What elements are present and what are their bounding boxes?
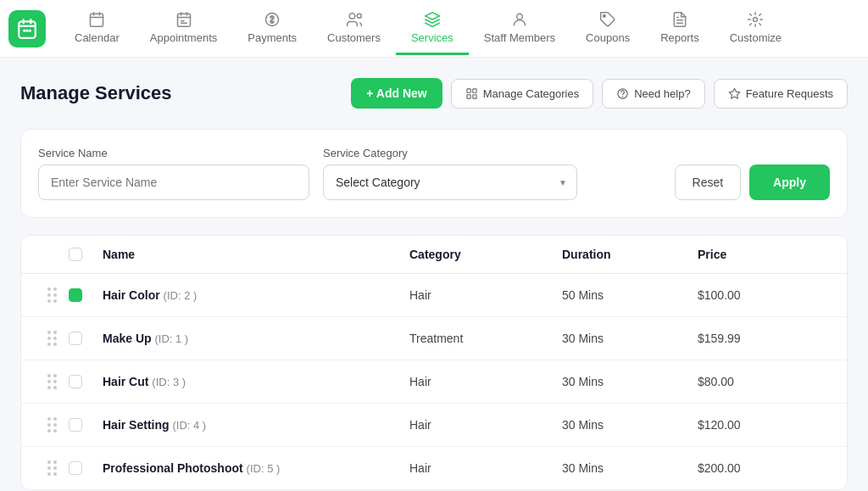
- nav-item-customers[interactable]: Customers: [312, 3, 396, 55]
- nav-item-services[interactable]: Services: [396, 3, 469, 55]
- service-category-filter: Service Category Select Category: [323, 147, 577, 200]
- svg-point-11: [754, 17, 758, 21]
- row-checkbox[interactable]: [69, 461, 103, 475]
- col-name: Name: [103, 248, 409, 261]
- table-row: Professional Photoshoot (ID: 5 ) Hair 30…: [21, 447, 847, 489]
- service-name-filter: Service Name: [38, 147, 309, 200]
- services-table: Name Category Duration Price Hair Color …: [20, 235, 848, 490]
- table-row: Hair Color (ID: 2 ) Hair 50 Mins $100.00: [21, 274, 847, 317]
- checkbox-col-header: [69, 248, 103, 261]
- col-duration: Duration: [562, 248, 698, 261]
- svg-point-1: [23, 29, 25, 31]
- drag-handle[interactable]: [35, 331, 69, 346]
- svg-point-10: [604, 14, 606, 17]
- select-all-checkbox[interactable]: [69, 248, 82, 261]
- duration-cell: 30 Mins: [562, 375, 698, 388]
- add-new-button[interactable]: + Add New: [351, 78, 442, 109]
- row-checkbox[interactable]: [69, 418, 103, 432]
- duration-cell: 30 Mins: [562, 418, 698, 432]
- svg-rect-12: [467, 88, 470, 92]
- service-name-cell: Hair Cut (ID: 3 ): [103, 375, 409, 388]
- page-title: Manage Services: [20, 82, 172, 104]
- filter-row: Service Name Service Category Select Cat…: [20, 129, 848, 218]
- row-checkbox[interactable]: [69, 332, 103, 345]
- service-name-cell: Professional Photoshoot (ID: 5 ): [103, 461, 409, 475]
- nav-item-coupons[interactable]: Coupons: [570, 3, 645, 55]
- nav-item-appointments[interactable]: Appointments: [135, 3, 233, 55]
- service-name-input[interactable]: [38, 165, 309, 200]
- service-name-label: Service Name: [38, 147, 309, 159]
- table-row: Hair Cut (ID: 3 ) Hair 30 Mins $80.00: [21, 360, 847, 404]
- row-checkbox[interactable]: [69, 375, 103, 388]
- svg-rect-14: [467, 94, 470, 98]
- category-cell: Hair: [409, 375, 562, 388]
- filter-buttons: Reset Apply: [675, 165, 830, 200]
- drag-handle[interactable]: [35, 287, 69, 303]
- svg-rect-15: [472, 94, 476, 98]
- col-price: Price: [698, 248, 833, 261]
- svg-marker-17: [729, 88, 740, 98]
- nav-item-calendar[interactable]: Calendar: [59, 3, 135, 55]
- price-cell: $159.99: [698, 332, 833, 345]
- filter-fields: Service Name Service Category Select Cat…: [38, 147, 830, 200]
- reset-button[interactable]: Reset: [675, 165, 742, 200]
- price-cell: $120.00: [698, 418, 833, 432]
- category-cell: Hair: [409, 461, 562, 475]
- app-logo[interactable]: [8, 10, 46, 47]
- header-actions: + Add New Manage Categories Need help? F…: [351, 78, 848, 109]
- row-checkbox[interactable]: [69, 288, 103, 302]
- drag-handle[interactable]: [35, 417, 69, 432]
- svg-point-9: [517, 14, 523, 20]
- nav-item-staff-members[interactable]: Staff Members: [469, 3, 570, 55]
- price-cell: $100.00: [698, 288, 833, 302]
- svg-point-8: [357, 14, 361, 18]
- svg-rect-4: [91, 14, 103, 26]
- drag-col-header: [35, 248, 69, 261]
- duration-cell: 50 Mins: [562, 288, 698, 302]
- svg-rect-5: [177, 14, 190, 26]
- nav-item-payments[interactable]: Payments: [232, 3, 312, 55]
- nav-item-reports[interactable]: Reports: [645, 3, 715, 55]
- duration-cell: 30 Mins: [562, 461, 698, 475]
- price-cell: $200.00: [698, 461, 833, 475]
- feature-requests-button[interactable]: Feature Requests: [714, 79, 848, 109]
- nav-bar: Calendar Appointments Payments Customers…: [0, 0, 868, 58]
- svg-point-3: [29, 29, 31, 31]
- service-category-label: Service Category: [323, 147, 577, 159]
- need-help-button[interactable]: Need help?: [602, 79, 705, 109]
- service-category-wrapper: Select Category: [323, 165, 577, 200]
- table-row: Make Up (ID: 1 ) Treatment 30 Mins $159.…: [21, 317, 847, 360]
- service-name-cell: Make Up (ID: 1 ): [103, 332, 409, 345]
- duration-cell: 30 Mins: [562, 332, 698, 345]
- col-category: Category: [409, 248, 562, 261]
- page-header: Manage Services + Add New Manage Categor…: [20, 78, 848, 109]
- nav-item-customize[interactable]: Customize: [715, 3, 797, 55]
- category-cell: Hair: [409, 288, 562, 302]
- service-category-select[interactable]: Select Category: [323, 165, 577, 200]
- nav-items: Calendar Appointments Payments Customers…: [59, 3, 860, 55]
- table-row: Hair Setting (ID: 4 ) Hair 30 Mins $120.…: [21, 404, 847, 447]
- manage-categories-button[interactable]: Manage Categories: [451, 79, 593, 109]
- service-name-cell: Hair Color (ID: 2 ): [103, 288, 409, 302]
- drag-handle[interactable]: [35, 460, 69, 476]
- apply-button[interactable]: Apply: [749, 165, 830, 200]
- main-content: Manage Services + Add New Manage Categor…: [0, 58, 868, 491]
- svg-point-7: [349, 13, 355, 19]
- svg-rect-13: [472, 88, 476, 92]
- table-header: Name Category Duration Price: [21, 236, 847, 274]
- price-cell: $80.00: [698, 375, 833, 388]
- service-name-cell: Hair Setting (ID: 4 ): [103, 418, 409, 432]
- table-body: Hair Color (ID: 2 ) Hair 50 Mins $100.00…: [21, 274, 847, 489]
- category-cell: Hair: [409, 418, 562, 432]
- svg-point-2: [25, 29, 28, 31]
- drag-handle[interactable]: [35, 374, 69, 389]
- category-cell: Treatment: [409, 332, 562, 345]
